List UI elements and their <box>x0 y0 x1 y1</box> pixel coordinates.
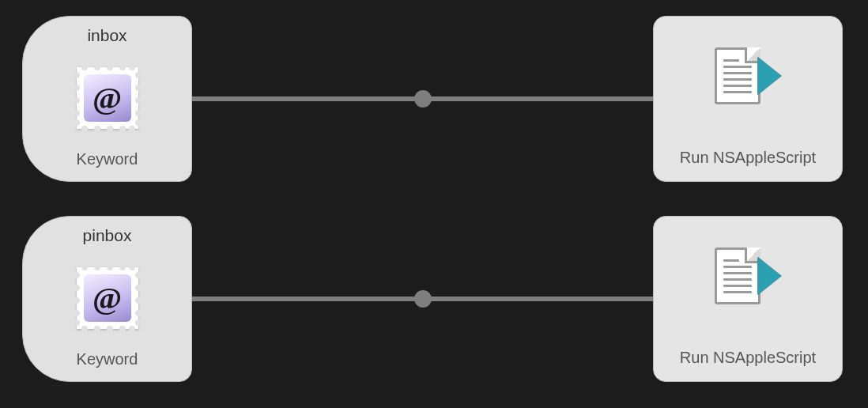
play-triangle-icon <box>757 57 781 95</box>
node-title: pinbox <box>83 226 132 245</box>
connection-line <box>190 96 656 101</box>
node-subtitle: Keyword <box>77 150 138 168</box>
keyword-trigger-node[interactable]: pinbox <box>22 216 192 382</box>
applescript-action-node[interactable]: Run NSAppleScript <box>653 16 843 182</box>
applescript-action-node[interactable]: Run NSAppleScript <box>653 216 843 382</box>
connection-midpoint-icon <box>414 290 432 308</box>
workflow-canvas[interactable]: inbox <box>0 0 868 408</box>
node-label: Run NSAppleScript <box>680 149 816 167</box>
connection-midpoint-icon <box>414 90 432 108</box>
applescript-run-icon <box>715 17 781 134</box>
at-glyph-icon: @ <box>92 83 122 115</box>
play-triangle-icon <box>757 257 781 295</box>
connection-line <box>190 297 656 301</box>
mail-stamp-icon: @ <box>72 62 143 134</box>
at-glyph-icon: @ <box>92 283 122 315</box>
node-subtitle: Keyword <box>77 350 138 368</box>
applescript-run-icon <box>715 217 781 334</box>
mail-stamp-icon: @ <box>72 263 143 334</box>
node-title: inbox <box>87 26 126 45</box>
keyword-trigger-node[interactable]: inbox <box>22 16 192 182</box>
node-label: Run NSAppleScript <box>680 349 816 367</box>
